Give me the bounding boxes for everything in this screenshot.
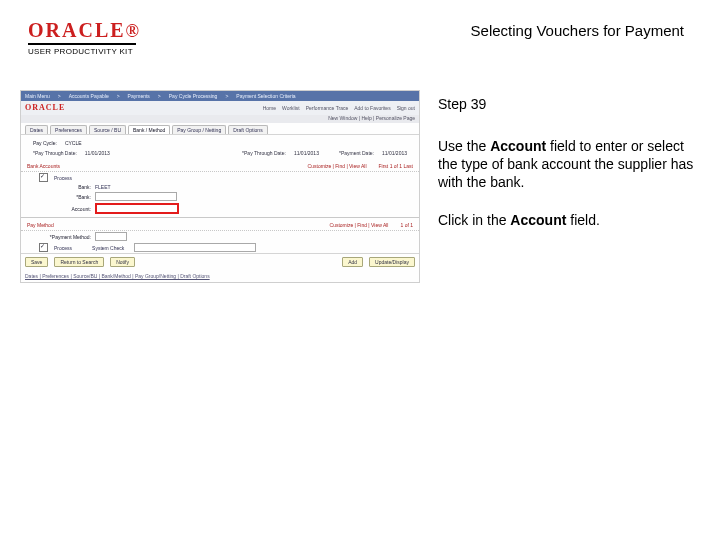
page-tools[interactable]: New Window | Help | Personalize Page — [328, 115, 415, 121]
add-button[interactable]: Add — [342, 257, 363, 267]
bank-row-1: Bank: FLEET — [21, 183, 419, 191]
instr2-bold: Account — [510, 212, 566, 228]
subtab-row: Dates Preferences Source / BU Bank / Met… — [21, 123, 419, 134]
instruction-paragraph-2: Click in the Account field. — [438, 212, 704, 230]
bank-row-2: *Bank: — [21, 191, 419, 202]
brand-text: ORACLE — [28, 19, 126, 41]
page-title: Selecting Vouchers for Payment — [471, 22, 684, 39]
bottom-breadcrumb[interactable]: Dates | Preferences | Source/BU | Bank/M… — [21, 270, 419, 282]
instr2-pre: Click in the — [438, 212, 510, 228]
return-to-search-button[interactable]: Return to Search — [54, 257, 104, 267]
tab-preferences[interactable]: Preferences — [50, 125, 87, 134]
save-button[interactable]: Save — [25, 257, 48, 267]
process-checkbox-icon[interactable] — [39, 173, 48, 182]
process-method-row: Process System Check — [21, 242, 419, 253]
process-checkbox2-icon[interactable] — [39, 243, 48, 252]
account-input[interactable] — [95, 203, 179, 214]
bank-input[interactable] — [95, 192, 177, 201]
link-perf-trace[interactable]: Performance Trace — [306, 105, 349, 111]
instr1-bold: Account — [490, 138, 546, 154]
link-home[interactable]: Home — [263, 105, 276, 111]
payment-method-input[interactable] — [95, 232, 127, 241]
process-select[interactable] — [134, 243, 256, 252]
tab-draft-options[interactable]: Draft Options — [228, 125, 267, 134]
payment-method-row: *Payment Method: — [21, 231, 419, 242]
link-signout[interactable]: Sign out — [397, 105, 415, 111]
page-tools-line: New Window | Help | Personalize Page — [21, 115, 419, 123]
paythru-line: *Pay Through Date: 11/01/2013 *Pay Throu… — [27, 148, 413, 158]
header-links: Home Worklist Performance Trace Add to F… — [263, 105, 415, 111]
link-worklist[interactable]: Worklist — [282, 105, 300, 111]
tab-source-bu[interactable]: Source / BU — [89, 125, 126, 134]
tab-bank-method[interactable]: Bank / Method — [128, 125, 170, 134]
brand-block: ORACLE® USER PRODUCTIVITY KIT — [28, 20, 141, 56]
paycycle-line: Pay Cycle: CYCLE — [27, 138, 413, 148]
account-row: Account: — [21, 202, 419, 215]
menu-item[interactable]: Accounts Payable — [69, 93, 109, 99]
app-menubar: Main Menu > Accounts Payable > Payments … — [21, 91, 419, 101]
link-favorites[interactable]: Add to Favorites — [354, 105, 390, 111]
brand-rule — [28, 43, 136, 45]
action-bar: Save Return to Search Notify Add Update/… — [21, 253, 419, 270]
app-brandbar: ORACLE Home Worklist Performance Trace A… — [21, 101, 419, 115]
pay-method-header: Pay Method Customize | Find | View All 1… — [21, 220, 419, 231]
app-screenshot: Main Menu > Accounts Payable > Payments … — [20, 90, 420, 283]
instruction-paragraph-1: Use the Account field to enter or select… — [438, 138, 704, 192]
menu-item[interactable]: Pay Cycle Processing — [169, 93, 218, 99]
menu-item[interactable]: Payments — [128, 93, 150, 99]
brand-subtitle: USER PRODUCTIVITY KIT — [28, 47, 141, 56]
process-row: Process — [21, 172, 419, 183]
menu-item[interactable]: Payment Selection Criteria — [236, 93, 295, 99]
step-label: Step 39 — [438, 96, 704, 112]
tab-dates[interactable]: Dates — [25, 125, 48, 134]
instr1-pre: Use the — [438, 138, 490, 154]
instr2-post: field. — [566, 212, 599, 228]
notify-button[interactable]: Notify — [110, 257, 135, 267]
tab-paygroup-netting[interactable]: Pay Group / Netting — [172, 125, 226, 134]
menu-item[interactable]: Main Menu — [25, 93, 50, 99]
bank-accounts-header: Bank Accounts Customize | Find | View Al… — [21, 161, 419, 172]
oracle-wordmark: ORACLE® — [28, 20, 141, 40]
mini-oracle-wordmark: ORACLE — [25, 103, 65, 113]
update-display-button[interactable]: Update/Display — [369, 257, 415, 267]
